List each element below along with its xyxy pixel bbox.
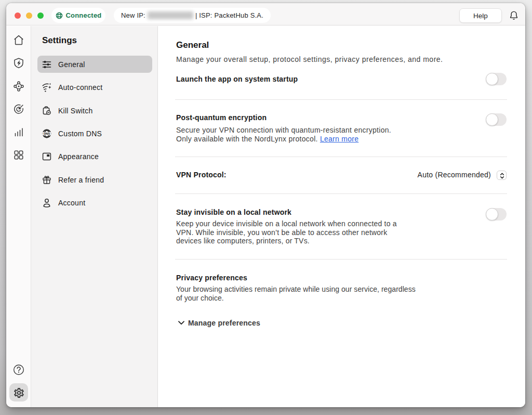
- svg-text:DNS: DNS: [44, 132, 50, 135]
